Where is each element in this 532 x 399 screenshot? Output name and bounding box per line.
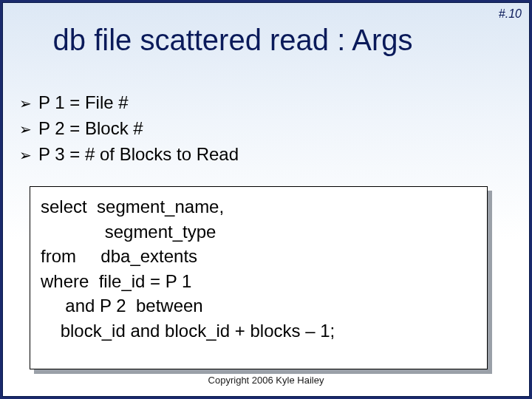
code-line: segment_type: [41, 222, 216, 242]
bullet-text: P 2 = Block #: [38, 116, 143, 142]
bullet-list: ➢ P 1 = File # ➢ P 2 = Block # ➢ P 3 = #…: [19, 90, 239, 167]
code-line: where file_id = P 1: [41, 271, 191, 291]
bullet-arrow-icon: ➢: [19, 119, 38, 140]
code-line: block_id and block_id + blocks – 1;: [41, 321, 335, 341]
bullet-arrow-icon: ➢: [19, 93, 38, 115]
bullet-arrow-icon: ➢: [19, 145, 38, 166]
bullet-item: ➢ P 2 = Block #: [19, 116, 239, 142]
code-line: and P 2 between: [41, 296, 203, 316]
page-number: #.10: [499, 7, 522, 21]
slide-title: db file scattered read : Args: [3, 24, 529, 57]
code-content: select segment_name, segment_type from d…: [30, 186, 488, 369]
bullet-text: P 1 = File #: [38, 90, 129, 116]
bullet-item: ➢ P 1 = File #: [19, 90, 239, 116]
code-line: from dba_extents: [41, 246, 197, 266]
bullet-text: P 3 = # of Blocks to Read: [38, 142, 239, 168]
code-box: select segment_name, segment_type from d…: [30, 186, 488, 369]
copyright: Copyright 2006 Kyle Hailey: [3, 375, 529, 386]
slide: #.10 db file scattered read : Args ➢ P 1…: [2, 2, 530, 397]
bullet-item: ➢ P 3 = # of Blocks to Read: [19, 142, 239, 168]
code-line: select segment_name,: [41, 197, 224, 216]
